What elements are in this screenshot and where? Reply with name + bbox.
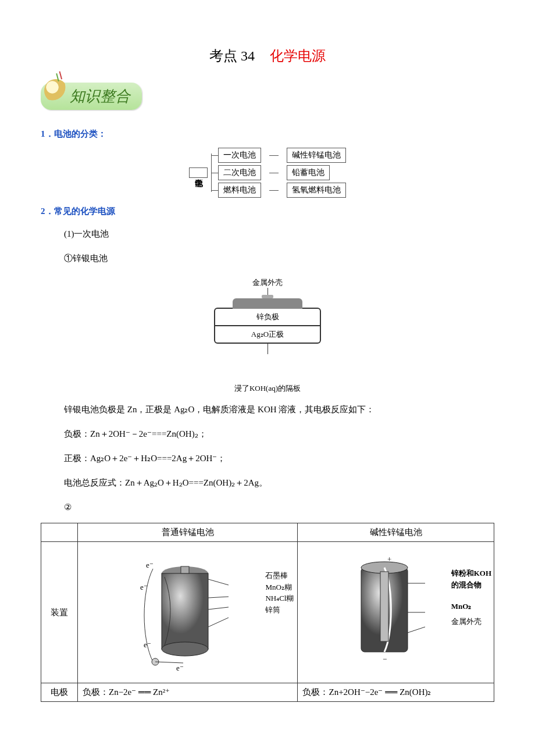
tree-node: 二次电池 bbox=[218, 165, 261, 180]
svg-line-11 bbox=[208, 607, 229, 609]
svg-text:−: − bbox=[383, 655, 387, 664]
sub-1a: ①锌银电池 bbox=[64, 249, 494, 267]
equation-anode: 负极：Zn＋2OH⁻－2e⁻===Zn(OH)₂； bbox=[64, 425, 494, 443]
tree-node: 氢氧燃料电池 bbox=[287, 183, 346, 198]
battery-comparison-table: 普通锌锰电池 碱性锌锰电池 装置 e⁻ e⁻ e⁻ e⁻ bbox=[41, 523, 494, 702]
diagram-band-anode: 锌负极 bbox=[215, 309, 320, 326]
heading-common-sources: 2．常见的化学电源 bbox=[41, 206, 494, 217]
title-prefix: 考点 34 bbox=[209, 48, 255, 63]
tree-node: 铅蓄电池 bbox=[287, 165, 330, 180]
electrode-eq-ordinary: 负极：Zn−2e⁻ ══ Zn²⁺ bbox=[78, 683, 298, 702]
svg-line-9 bbox=[208, 579, 229, 585]
tree-node: 碱性锌锰电池 bbox=[287, 148, 346, 163]
tree-node: 一次电池 bbox=[218, 148, 261, 163]
equation-cathode: 正极：Ag₂O＋2e⁻＋H₂O===2Ag＋2OH⁻； bbox=[64, 450, 494, 467]
label-znkoh-2: 的混合物 bbox=[451, 580, 482, 589]
label-graphite: 石墨棒 bbox=[265, 570, 294, 582]
heading-classification: 1．电池的分类： bbox=[41, 129, 494, 140]
svg-rect-1 bbox=[162, 573, 208, 649]
device-ordinary: e⁻ e⁻ e⁻ e⁻ 石墨棒 MnO₂糊 NH₄Cl糊 锌筒 bbox=[78, 542, 298, 683]
col-header-alkaline: 碱性锌锰电池 bbox=[298, 523, 494, 542]
diagram-top-label: 金属外壳 bbox=[41, 277, 494, 288]
svg-line-12 bbox=[208, 618, 229, 627]
label-metal-shell: 金属外壳 bbox=[451, 616, 491, 627]
svg-text:e⁻: e⁻ bbox=[146, 561, 154, 569]
device-alkaline: + − 锌粉和KOH 的混合物 MnO₂ 金属外壳 bbox=[298, 542, 494, 683]
section-badge: 知识整合 bbox=[41, 83, 142, 110]
row-header-electrode: 电极 bbox=[41, 683, 78, 702]
equation-overall: 电池总反应式：Zn＋Ag₂O＋H₂O===Zn(OH)₂＋2Ag。 bbox=[64, 474, 494, 491]
label-znkoh-1: 锌粉和KOH bbox=[451, 569, 491, 577]
label-mno2: MnO₂糊 bbox=[265, 582, 294, 593]
diagram-band-cathode: Ag₂O正极 bbox=[215, 326, 320, 343]
title-main: 化学电源 bbox=[270, 48, 326, 63]
electrode-eq-alkaline: 负极：Zn+2OH⁻−2e⁻ ══ Zn(OH)₂ bbox=[298, 683, 494, 702]
tree-node: 燃料电池 bbox=[218, 183, 261, 198]
zinc-silver-diagram: 金属外壳 锌负极 Ag₂O正极 浸了KOH(aq)的隔板 bbox=[41, 277, 494, 394]
sub-1b: ② bbox=[64, 498, 494, 516]
svg-text:e⁻: e⁻ bbox=[144, 640, 151, 649]
svg-text:e⁻: e⁻ bbox=[140, 583, 148, 591]
row-header-device: 装置 bbox=[41, 542, 78, 683]
label-mno2-alk: MnO₂ bbox=[451, 602, 472, 611]
sub-1: (1)一次电池 bbox=[64, 225, 494, 243]
alkaline-battery-icon: + − bbox=[329, 551, 463, 673]
classification-tree: 化学电源 一次电池 碱性锌锰电池 二次电池 铅蓄电池 燃料电池 氢氧燃料电池 bbox=[41, 148, 494, 198]
paragraph: 锌银电池负极是 Zn，正极是 Ag₂O，电解质溶液是 KOH 溶液，其电极反应如… bbox=[64, 401, 494, 418]
svg-line-10 bbox=[208, 597, 229, 598]
svg-text:e⁻: e⁻ bbox=[176, 664, 184, 672]
svg-point-2 bbox=[162, 642, 208, 656]
diagram-bottom-label: 浸了KOH(aq)的隔板 bbox=[41, 383, 494, 394]
svg-rect-3 bbox=[181, 566, 189, 573]
svg-line-20 bbox=[408, 627, 425, 633]
label-zinc-can: 锌筒 bbox=[265, 604, 294, 616]
label-nh4cl: NH₄Cl糊 bbox=[265, 593, 294, 604]
col-header-ordinary: 普通锌锰电池 bbox=[78, 523, 298, 542]
ordinary-battery-icon: e⁻ e⁻ e⁻ e⁻ bbox=[112, 551, 263, 673]
svg-rect-16 bbox=[380, 572, 388, 641]
table-corner bbox=[41, 523, 78, 542]
tree-root: 化学电源 bbox=[189, 167, 208, 178]
